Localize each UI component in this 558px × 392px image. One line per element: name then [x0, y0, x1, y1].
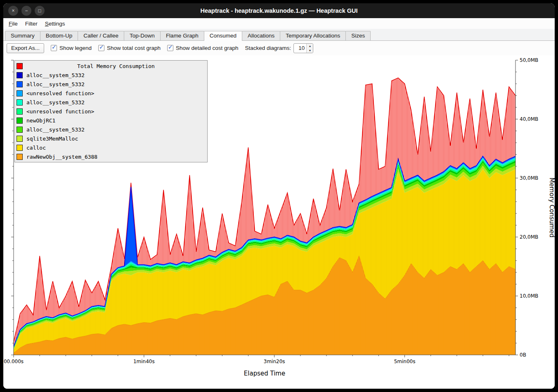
tab-bottom-up[interactable]: Bottom-Up	[40, 31, 78, 40]
legend-label: sqlite3MemMalloc	[26, 136, 78, 142]
legend-item: alloc__system_5332	[17, 70, 206, 80]
toolbar: Export As... Show legendShow total cost …	[3, 41, 555, 55]
checkbox-show-total-cost-graph[interactable]: Show total cost graph	[98, 45, 161, 51]
spin-up-button[interactable]: ▲	[307, 44, 313, 48]
maximize-icon: □	[38, 8, 41, 14]
menu-filter[interactable]: Filter	[21, 20, 41, 28]
svg-text:1min40s: 1min40s	[133, 359, 155, 364]
legend-swatch	[17, 154, 23, 160]
checkbox-show-legend[interactable]: Show legend	[51, 45, 92, 51]
legend-label: <unresolved function>	[26, 108, 94, 115]
legend-label: calloc	[26, 145, 46, 151]
legend-label: rawNewObj__system_6388	[26, 154, 97, 160]
tab-consumed[interactable]: Consumed	[204, 31, 242, 41]
legend-item: sqlite3MemMalloc	[17, 134, 206, 143]
legend-title-row: Total Memory Consumption	[17, 61, 206, 70]
legend-swatch	[17, 145, 23, 151]
legend-item: newObjRC1	[17, 116, 206, 125]
svg-text:00.000s: 00.000s	[4, 359, 24, 364]
window-title: Heaptrack - heaptrack.wakunode.1.gz — He…	[3, 7, 555, 14]
legend-label: alloc__system_5332	[26, 99, 85, 106]
legend-swatch	[17, 99, 23, 106]
svg-text:5min00s: 5min00s	[394, 359, 416, 364]
svg-text:3min20s: 3min20s	[264, 359, 285, 364]
checkbox-box[interactable]	[167, 45, 173, 51]
minimize-button[interactable]: −	[21, 6, 31, 16]
chevron-up-icon: ▲	[308, 45, 311, 47]
checkbox-group: Show legendShow total cost graphShow det…	[51, 45, 239, 51]
legend-swatch	[17, 108, 23, 115]
legend-swatch	[17, 63, 23, 69]
legend-swatch	[17, 72, 23, 78]
menu-settings[interactable]: Settings	[41, 20, 69, 28]
legend-item: alloc__system_5332	[17, 125, 206, 134]
checkbox-box[interactable]	[98, 45, 104, 51]
spinbox-buttons: ▲ ▼	[306, 44, 313, 53]
legend-item: alloc__system_5332	[17, 80, 206, 89]
checkbox-show-detailed-cost-graph[interactable]: Show detailed cost graph	[167, 45, 239, 51]
tab-sizes[interactable]: Sizes	[345, 31, 371, 40]
tab-caller-callee[interactable]: Caller / Callee	[78, 31, 124, 40]
tab-top-down[interactable]: Top-Down	[124, 31, 161, 40]
svg-text:30,0MB: 30,0MB	[520, 175, 538, 181]
checkbox-box[interactable]	[51, 45, 57, 51]
app-window: × − □ Heaptrack - heaptrack.wakunode.1.g…	[3, 3, 555, 389]
chart-legend: Total Memory Consumptionalloc__system_53…	[14, 60, 208, 162]
menubar: FileFilterSettings	[3, 18, 555, 29]
legend-label: <unresolved function>	[26, 90, 94, 96]
maximize-button[interactable]: □	[35, 6, 45, 16]
svg-text:Memory Consumed: Memory Consumed	[548, 178, 555, 238]
chevron-down-icon: ▼	[308, 49, 311, 52]
svg-text:20,0MB: 20,0MB	[520, 234, 538, 240]
legend-swatch	[17, 127, 23, 133]
legend-swatch	[17, 136, 23, 142]
legend-item: <unresolved function>	[17, 89, 206, 98]
svg-text:40,0MB: 40,0MB	[520, 116, 538, 122]
tab-temporary-allocations[interactable]: Temporary Allocations	[280, 31, 346, 40]
tab-allocations[interactable]: Allocations	[242, 31, 280, 40]
menu-file[interactable]: File	[5, 20, 21, 28]
spinbox-value: 10	[294, 44, 306, 53]
spin-down-button[interactable]: ▼	[307, 48, 313, 53]
tab-summary[interactable]: Summary	[5, 31, 40, 40]
legend-label: alloc__system_5332	[26, 81, 85, 87]
legend-label: alloc__system_5332	[26, 72, 85, 78]
titlebar: × − □ Heaptrack - heaptrack.wakunode.1.g…	[3, 3, 555, 18]
legend-swatch	[17, 90, 23, 96]
minimize-icon: −	[25, 8, 28, 14]
svg-text:0B: 0B	[520, 352, 526, 358]
legend-item: rawNewObj__system_6388	[17, 152, 206, 161]
svg-text:Elapsed Time: Elapsed Time	[244, 370, 285, 377]
tab-bar: SummaryBottom-UpCaller / CalleeTop-DownF…	[3, 29, 555, 41]
stacked-diagrams-group: Stacked diagrams: 10 ▲ ▼	[245, 43, 314, 53]
legend-swatch	[17, 117, 23, 124]
stacked-diagrams-spinbox[interactable]: 10 ▲ ▼	[293, 43, 313, 53]
svg-text:50,0MB: 50,0MB	[520, 57, 538, 63]
checkbox-label: Show detailed cost graph	[176, 45, 239, 51]
export-as-button[interactable]: Export As...	[7, 43, 44, 53]
chart-area: 0B10,0MB20,0MB30,0MB40,0MB50,0MB00.000s1…	[3, 55, 555, 389]
close-icon: ×	[12, 8, 14, 14]
stacked-diagrams-label: Stacked diagrams:	[245, 45, 291, 51]
legend-swatch	[17, 81, 23, 87]
checkbox-label: Show total cost graph	[107, 45, 161, 51]
legend-label: Total Memory Consumption	[26, 63, 206, 69]
tab-flame-graph[interactable]: Flame Graph	[160, 31, 204, 40]
legend-label: alloc__system_5332	[26, 127, 85, 133]
legend-item: alloc__system_5332	[17, 98, 206, 107]
legend-item: calloc	[17, 143, 206, 152]
svg-text:10,0MB: 10,0MB	[520, 293, 538, 299]
legend-label: newObjRC1	[26, 117, 55, 124]
checkbox-label: Show legend	[59, 45, 92, 51]
close-button[interactable]: ×	[8, 6, 18, 16]
legend-item: <unresolved function>	[17, 107, 206, 116]
